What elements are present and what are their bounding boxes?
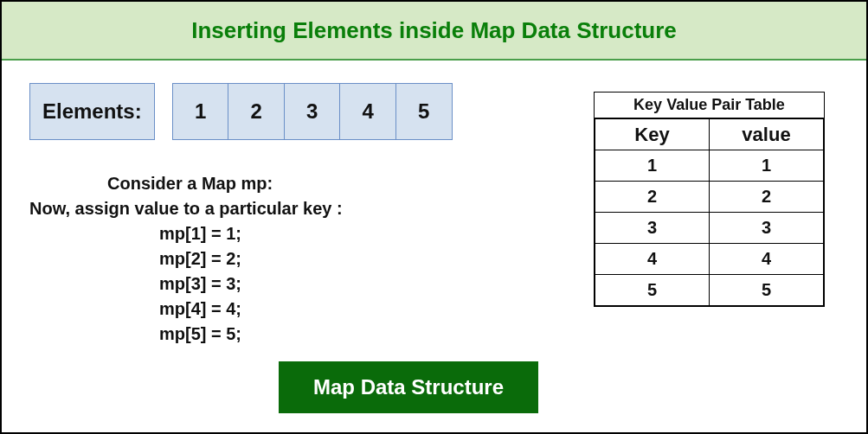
kv-header-row: Key value [595, 119, 824, 150]
kv-header-key: Key [595, 119, 710, 150]
table-row: 1 1 [595, 150, 824, 182]
table-row: 3 3 [595, 213, 824, 244]
assign-line: mp[5] = 5; [159, 322, 839, 347]
diagram-title-bar: Inserting Elements inside Map Data Struc… [2, 2, 866, 61]
kv-cell-key: 4 [595, 244, 710, 275]
element-box: 2 [228, 83, 285, 140]
kv-cell-value: 3 [710, 213, 824, 244]
element-box: 5 [395, 83, 453, 140]
kv-cell-value: 1 [710, 150, 824, 182]
table-row: 5 5 [595, 275, 824, 306]
kv-table-caption: Key Value Pair Table [595, 93, 824, 118]
footer-label: Map Data Structure [313, 375, 504, 399]
element-box: 1 [172, 83, 229, 140]
kv-cell-key: 1 [595, 150, 710, 182]
kv-header-value: value [710, 119, 824, 150]
kv-cell-key: 5 [595, 275, 710, 306]
element-box: 3 [284, 83, 341, 140]
table-row: 2 2 [595, 182, 824, 213]
kv-table-body: Key value 1 1 2 2 3 3 4 4 5 5 [595, 118, 824, 306]
elements-boxes: 1 2 3 4 5 [172, 83, 453, 140]
key-value-table: Key Value Pair Table Key value 1 1 2 2 3… [594, 92, 825, 307]
diagram-title: Inserting Elements inside Map Data Struc… [191, 17, 677, 44]
diagram-container: Inserting Elements inside Map Data Struc… [0, 0, 868, 434]
kv-cell-key: 3 [595, 213, 710, 244]
table-row: 4 4 [595, 244, 824, 275]
kv-cell-value: 2 [710, 182, 824, 213]
element-box: 4 [339, 83, 396, 140]
kv-cell-value: 4 [710, 244, 824, 275]
elements-label: Elements: [29, 83, 155, 140]
kv-cell-key: 2 [595, 182, 710, 213]
footer-label-box: Map Data Structure [279, 361, 538, 413]
kv-cell-value: 5 [710, 275, 824, 306]
